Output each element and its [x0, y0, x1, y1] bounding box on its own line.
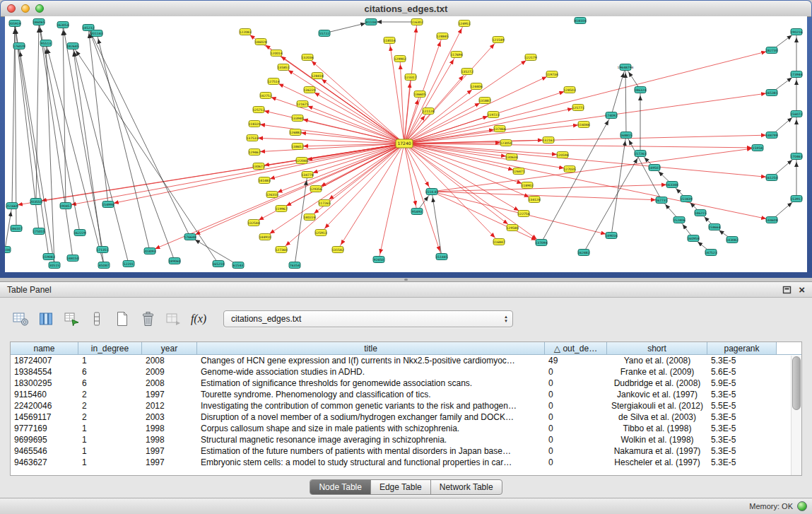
graph-node[interactable]: 123050 [500, 140, 512, 146]
graph-node[interactable]: 19648794 [618, 64, 634, 71]
graph-node[interactable]: 95513 [40, 40, 52, 47]
graph-node[interactable]: 137094 [535, 240, 547, 246]
graph-node[interactable]: 122040 [295, 158, 307, 164]
graph-node[interactable]: 186324 [634, 87, 646, 93]
graph-node[interactable]: 149507 [648, 165, 660, 171]
graph-node[interactable]: 148799 [765, 132, 777, 139]
graph-node[interactable]: 144910 [259, 234, 271, 240]
graph-node[interactable]: 55722 [319, 30, 330, 37]
graph-node[interactable]: 128418 [311, 73, 323, 79]
graph-node[interactable]: 163054 [57, 22, 69, 28]
graph-node[interactable]: 175015 [33, 228, 45, 235]
table-row[interactable]: 946362711997Embryonic stem cells: a mode… [11, 457, 801, 468]
graph-node[interactable]: 149016 [605, 233, 617, 239]
memory-indicator[interactable] [797, 501, 807, 511]
graph-node[interactable]: 190457 [59, 203, 71, 209]
graph-node[interactable]: 154998 [102, 201, 114, 208]
graph-node[interactable]: 203550 [30, 199, 42, 205]
graph-node[interactable]: 161250 [765, 175, 777, 181]
graph-node[interactable]: 148150 [66, 255, 78, 262]
graph-node[interactable]: 52201 [123, 261, 134, 267]
graph-node[interactable]: 116847 [493, 239, 505, 245]
graph-node[interactable]: 124406 [470, 83, 482, 90]
graph-node[interactable]: 125712 [252, 107, 264, 113]
graph-node[interactable]: 134128 [528, 197, 540, 203]
import-table-button[interactable] [163, 308, 184, 329]
table-row[interactable]: 1456911722003Disruption of a novel membe… [11, 411, 801, 423]
graph-node[interactable]: 818104 [574, 18, 586, 24]
graph-node[interactable]: 135272 [461, 69, 473, 75]
graph-node[interactable]: 81104 [365, 19, 377, 25]
graph-node[interactable]: 159083 [42, 254, 54, 260]
graph-node[interactable]: 1514.45 [425, 189, 439, 195]
graph-node[interactable]: 165381 [765, 90, 777, 96]
graph-node[interactable]: 17240 [396, 139, 413, 148]
graph-node[interactable]: 144608 [765, 217, 777, 223]
function-builder-button[interactable]: f(x) [188, 308, 209, 329]
graph-node[interactable]: 76354 [289, 262, 300, 269]
graph-node[interactable]: 146028 [254, 39, 266, 45]
graph-node[interactable]: 162482 [577, 250, 589, 256]
graph-node[interactable]: 151445 [435, 254, 447, 260]
graph-node[interactable]: 156072 [790, 111, 802, 117]
graph-node[interactable]: 136605 [413, 91, 425, 98]
graph-node[interactable]: 153917 [790, 196, 802, 202]
tab-network-table[interactable]: Network Table [431, 480, 502, 494]
table-row[interactable]: 2242004622012Investigating the contribut… [11, 400, 801, 411]
graph-node[interactable]: 251669 [6, 203, 18, 209]
graph-node[interactable]: 160958 [687, 235, 699, 242]
graph-node[interactable]: 120598 [556, 152, 568, 158]
graph-node[interactable]: 131887 [478, 98, 490, 104]
graph-node[interactable]: 186065 [33, 19, 45, 25]
graph-node[interactable]: 126882 [289, 129, 301, 136]
show-columns-button[interactable] [35, 308, 57, 329]
graph-node[interactable]: 119723 [487, 112, 499, 118]
table-mode-button[interactable] [10, 308, 31, 329]
graph-node[interactable]: 133940 [291, 115, 303, 122]
graph-node[interactable]: 119734 [546, 71, 558, 78]
graph-node[interactable]: 121675 [296, 101, 308, 107]
graph-node[interactable]: 136220 [303, 87, 315, 93]
table-row[interactable]: 977716911998Corpus callosum shape and si… [11, 423, 801, 434]
graph-node[interactable]: 95493 [411, 209, 423, 215]
column-header-out-degree[interactable]: △ out_de… [545, 342, 607, 355]
graph-node[interactable]: 121128 [422, 108, 434, 115]
graph-node[interactable]: 129467 [248, 149, 260, 156]
graph-node[interactable]: 163348 [666, 182, 678, 188]
graph-node[interactable]: 142752 [259, 93, 271, 99]
window-titlebar[interactable]: citations_edges.txt [1, 1, 811, 17]
graph-node[interactable]: 132036 [301, 54, 313, 61]
graph-node[interactable]: 121549 [492, 37, 504, 43]
graph-node[interactable]: 165210 [212, 261, 224, 267]
graph-node[interactable]: 129580 [506, 225, 518, 231]
column-header-pagerank[interactable]: pagerank [707, 342, 777, 355]
graph-node[interactable]: 125771 [572, 105, 584, 111]
graph-node[interactable]: 127360 [275, 247, 287, 253]
create-column-button[interactable] [112, 308, 133, 329]
graph-node[interactable]: 15958 [752, 145, 763, 151]
graph-node[interactable]: 119967 [275, 206, 287, 212]
network-selector-dropdown[interactable]: citations_edges.txt ▲▼ [223, 310, 513, 327]
minimize-window-button[interactable] [21, 4, 30, 13]
graph-node[interactable]: 127035 [563, 166, 575, 173]
graph-node[interactable]: 118902 [521, 182, 533, 189]
network-canvas[interactable]: 2059191860651630541452321760299551318264… [5, 16, 807, 272]
graph-node[interactable]: 131542 [331, 247, 343, 253]
graph-node[interactable]: 116302 [411, 19, 423, 25]
graph-node[interactable]: 61543 [233, 262, 244, 269]
column-header-title[interactable]: title [197, 342, 545, 355]
graph-node[interactable]: 123317 [404, 74, 416, 81]
graph-node[interactable]: 129902 [394, 56, 406, 62]
graph-node[interactable]: 124951 [458, 21, 470, 27]
graph-node[interactable]: 168815 [620, 132, 632, 139]
graph-node[interactable]: 128845 [436, 33, 448, 40]
graph-node[interactable]: 118320 [248, 121, 260, 127]
graph-node[interactable]: 125913 [314, 230, 326, 236]
graph-node[interactable]: 170463 [790, 153, 802, 160]
graph-node[interactable]: 190216 [790, 29, 802, 35]
graph-node[interactable]: 128503 [563, 87, 575, 93]
graph-node[interactable]: 120014 [270, 50, 282, 57]
column-header-short[interactable]: short [607, 342, 707, 355]
graph-node[interactable]: 122083 [239, 29, 251, 35]
graph-node[interactable]: 146215 [694, 210, 706, 216]
